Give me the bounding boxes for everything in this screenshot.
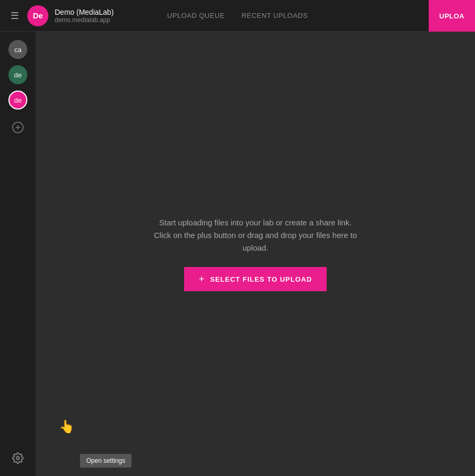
content-area: Start uploading files into your lab or c… <box>36 32 475 476</box>
header-left: ☰ De Demo (MediaLab) demo.medialab.app <box>8 5 114 26</box>
select-files-label: SELECT FILES TO UPLOAD <box>210 275 312 283</box>
empty-state: Start uploading files into your lab or c… <box>150 216 361 291</box>
select-files-button[interactable]: + SELECT FILES TO UPLOAD <box>184 267 327 291</box>
sidebar-item-de2[interactable]: de <box>8 91 27 110</box>
header-avatar[interactable]: De <box>27 5 48 26</box>
add-workspace-button[interactable] <box>8 118 27 137</box>
recent-uploads-nav[interactable]: RECENT UPLOADS <box>241 9 308 22</box>
upload-queue-nav[interactable]: UPLOAD QUEUE <box>167 9 225 22</box>
app-subtitle: demo.medialab.app <box>55 16 114 24</box>
svg-point-3 <box>16 457 19 460</box>
cursor-pointer: 👆 <box>59 419 75 434</box>
header-title-group: Demo (MediaLab) demo.medialab.app <box>55 8 114 24</box>
menu-icon[interactable]: ☰ <box>8 8 21 24</box>
settings-icon[interactable] <box>8 449 27 468</box>
empty-state-description: Start uploading files into your lab or c… <box>150 216 361 254</box>
settings-tooltip: Open settings <box>80 454 132 468</box>
sidebar-bottom <box>8 449 27 468</box>
app-title: Demo (MediaLab) <box>55 8 114 16</box>
upload-button[interactable]: UPLOA <box>429 0 475 32</box>
sidebar-item-de1[interactable]: de <box>8 65 27 84</box>
header-nav: UPLOAD QUEUE RECENT UPLOADS <box>167 9 308 22</box>
sidebar: ca de de <box>0 32 36 476</box>
plus-icon: + <box>199 274 205 284</box>
header: ☰ De Demo (MediaLab) demo.medialab.app U… <box>0 0 475 32</box>
sidebar-item-ca[interactable]: ca <box>8 40 27 59</box>
main-layout: ca de de Start uploading f <box>0 32 475 476</box>
